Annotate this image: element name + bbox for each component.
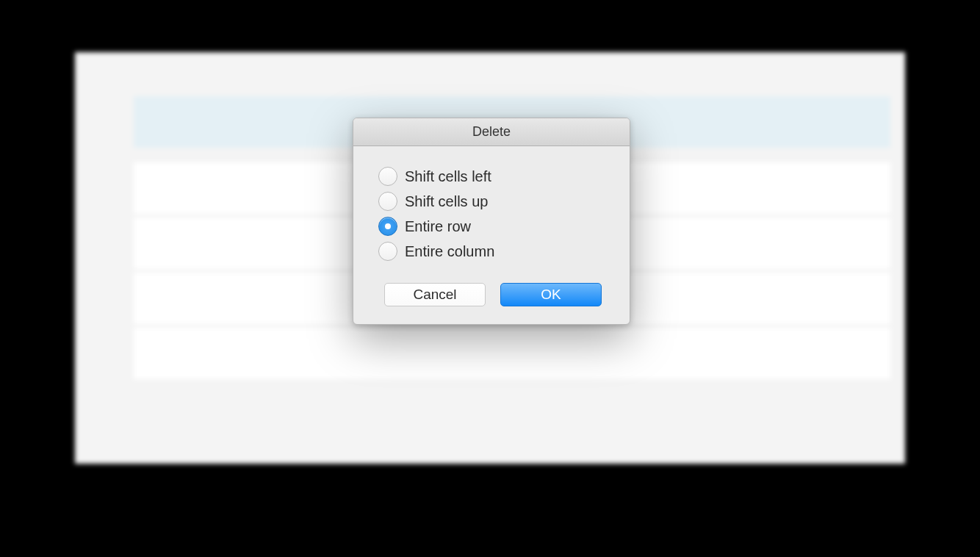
- radio-icon-selected: [378, 217, 397, 236]
- bg-row: [134, 328, 890, 379]
- delete-dialog: Delete Shift cells left Shift cells up E…: [353, 118, 630, 325]
- radio-label: Entire column: [405, 243, 494, 260]
- dialog-titlebar: Delete: [353, 118, 630, 146]
- radio-icon: [378, 242, 397, 261]
- radio-option-entire-column[interactable]: Entire column: [378, 242, 605, 261]
- radio-label: Shift cells up: [405, 193, 488, 210]
- radio-label: Shift cells left: [405, 168, 491, 185]
- ok-button-label: OK: [541, 287, 561, 303]
- cancel-button[interactable]: Cancel: [384, 283, 486, 306]
- dialog-body: Shift cells left Shift cells up Entire r…: [353, 146, 630, 324]
- dialog-title: Delete: [472, 124, 511, 140]
- cancel-button-label: Cancel: [413, 287, 456, 303]
- ok-button[interactable]: OK: [500, 283, 602, 306]
- radio-icon: [378, 167, 397, 186]
- radio-label: Entire row: [405, 218, 471, 235]
- radio-option-shift-cells-up[interactable]: Shift cells up: [378, 192, 605, 211]
- dialog-button-row: Cancel OK: [378, 283, 605, 306]
- radio-option-entire-row[interactable]: Entire row: [378, 217, 605, 236]
- radio-group: Shift cells left Shift cells up Entire r…: [378, 167, 605, 261]
- radio-option-shift-cells-left[interactable]: Shift cells left: [378, 167, 605, 186]
- radio-icon: [378, 192, 397, 211]
